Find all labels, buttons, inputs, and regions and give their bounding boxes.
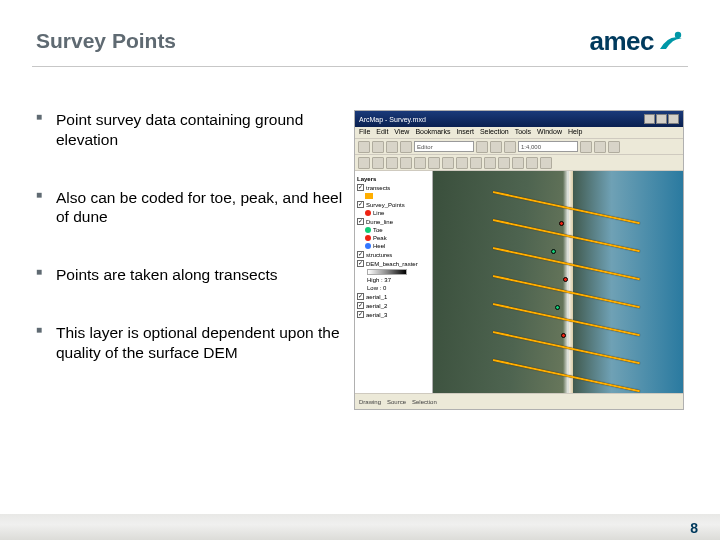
bullet-item: Point survey data containing ground elev… (36, 110, 344, 150)
toc-symbol: Peak (357, 235, 430, 241)
tool-icon (526, 157, 538, 169)
footer-bar: 8 (0, 514, 720, 540)
tool-icon (490, 141, 502, 153)
toc-symbol: Line (357, 210, 430, 216)
slide-title: Survey Points (36, 29, 176, 53)
page-number: 8 (690, 520, 698, 536)
toc-item: aerial_3 (357, 311, 430, 318)
layer-toc: Layers transects Survey_Points Line Dune… (355, 171, 433, 393)
point-symbol-icon (365, 235, 371, 241)
toc-label: High : 37 (357, 277, 430, 283)
menu-item: Tools (515, 128, 531, 137)
minimize-icon (644, 114, 655, 124)
point-symbol-icon (365, 227, 371, 233)
tool-icon (358, 141, 370, 153)
tool-icon (358, 157, 370, 169)
checkbox-icon (357, 311, 364, 318)
toc-item: DEM_beach_raster (357, 260, 430, 267)
toc-item: structures (357, 251, 430, 258)
survey-point-icon (563, 277, 568, 282)
logo-swoosh-icon (656, 27, 684, 55)
toc-item: aerial_2 (357, 302, 430, 309)
tool-icon (386, 157, 398, 169)
survey-point-icon (551, 249, 556, 254)
line-symbol-icon (365, 193, 373, 199)
tool-icon (428, 157, 440, 169)
tool-icon (400, 157, 412, 169)
toc-symbol (357, 193, 430, 199)
menu-item: Bookmarks (415, 128, 450, 137)
raster-ramp-icon (367, 269, 407, 275)
status-bar: Drawing Source Selection (355, 393, 683, 409)
tool-icon (372, 157, 384, 169)
toc-header: Layers (357, 176, 430, 182)
menu-item: View (394, 128, 409, 137)
brand-logo: amec (590, 26, 685, 57)
tool-icon (372, 141, 384, 153)
tool-icon (386, 141, 398, 153)
status-tab: Drawing (359, 399, 381, 405)
status-tab: Selection (412, 399, 437, 405)
window-title: ArcMap - Survey.mxd (359, 116, 426, 123)
menu-item: File (359, 128, 370, 137)
menu-item: Window (537, 128, 562, 137)
map-view (433, 171, 683, 393)
gis-screenshot: ArcMap - Survey.mxd File Edit View Bookm… (354, 110, 684, 410)
window-titlebar: ArcMap - Survey.mxd (355, 111, 683, 127)
toc-item: Dune_line (357, 218, 430, 225)
toc-item: transects (357, 184, 430, 191)
checkbox-icon (357, 251, 364, 258)
tool-icon (414, 157, 426, 169)
checkbox-icon (357, 293, 364, 300)
tool-icon (484, 157, 496, 169)
bullet-item: This layer is optional dependent upon th… (36, 323, 344, 363)
tool-icon (504, 141, 516, 153)
tool-icon (456, 157, 468, 169)
tool-icon (540, 157, 552, 169)
checkbox-icon (357, 184, 364, 191)
svg-point-0 (675, 32, 681, 38)
menu-bar: File Edit View Bookmarks Insert Selectio… (355, 127, 683, 139)
toc-item: Survey_Points (357, 201, 430, 208)
toc-item: aerial_1 (357, 293, 430, 300)
point-symbol-icon (365, 243, 371, 249)
map-surf (563, 171, 573, 393)
survey-point-icon (555, 305, 560, 310)
bullet-list: Point survey data containing ground elev… (36, 110, 344, 480)
bullet-item: Points are taken along transects (36, 265, 344, 285)
tool-icon (470, 157, 482, 169)
toolbar-select: Editor (414, 141, 474, 152)
logo-text: amec (590, 26, 655, 57)
toc-label: Low : 0 (357, 285, 430, 291)
tool-icon (498, 157, 510, 169)
tool-icon (512, 157, 524, 169)
tool-icon (476, 141, 488, 153)
status-tab: Source (387, 399, 406, 405)
checkbox-icon (357, 201, 364, 208)
menu-item: Help (568, 128, 582, 137)
toolbar-select: 1:4,000 (518, 141, 578, 152)
menu-item: Insert (456, 128, 474, 137)
tool-icon (594, 141, 606, 153)
menu-item: Edit (376, 128, 388, 137)
survey-point-icon (561, 333, 566, 338)
toolbar-row: Editor 1:4,000 (355, 139, 683, 155)
tool-icon (608, 141, 620, 153)
tool-icon (400, 141, 412, 153)
survey-point-icon (559, 221, 564, 226)
point-symbol-icon (365, 210, 371, 216)
toolbar-row (355, 155, 683, 171)
bullet-item: Also can be coded for toe, peak, and hee… (36, 188, 344, 228)
maximize-icon (656, 114, 667, 124)
menu-item: Selection (480, 128, 509, 137)
checkbox-icon (357, 260, 364, 267)
header-divider (32, 66, 688, 67)
checkbox-icon (357, 302, 364, 309)
close-icon (668, 114, 679, 124)
checkbox-icon (357, 218, 364, 225)
tool-icon (580, 141, 592, 153)
toc-symbol: Heel (357, 243, 430, 249)
tool-icon (442, 157, 454, 169)
toc-symbol: Toe (357, 227, 430, 233)
